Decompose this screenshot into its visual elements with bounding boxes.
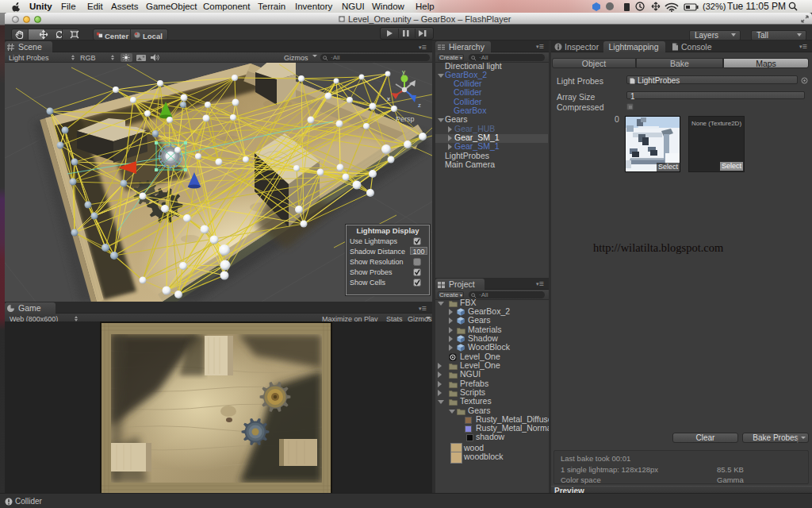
svg-text:y: y <box>402 68 405 75</box>
svg-text:Persp: Persp <box>396 115 415 123</box>
svg-text:z: z <box>418 102 421 109</box>
svg-text:x: x <box>387 95 390 102</box>
